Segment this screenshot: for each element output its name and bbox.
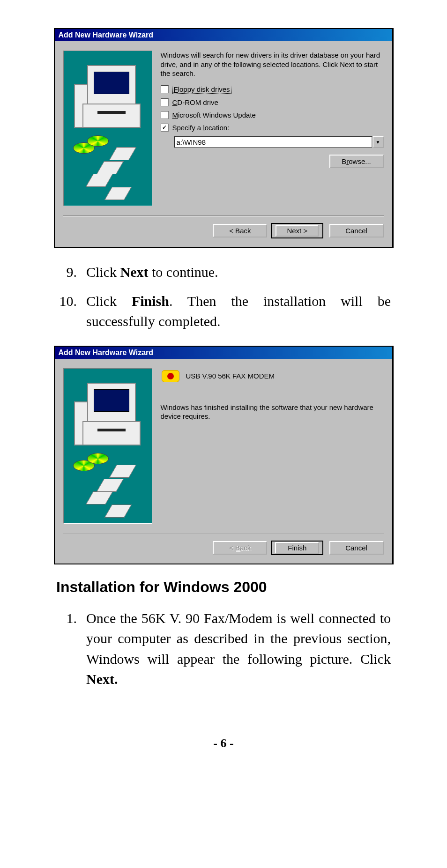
separator <box>63 215 384 216</box>
step-text: Click Finish. Then the installation will… <box>86 291 391 332</box>
separator <box>63 533 384 534</box>
section-heading: Installation for Windows 2000 <box>56 579 391 596</box>
specify-location-checkbox[interactable] <box>161 124 169 132</box>
step-number: 10. <box>56 291 77 332</box>
instruction-list: 9. Click Next to continue. 10. Click Fin… <box>56 262 391 332</box>
step-number: 9. <box>56 262 77 282</box>
cancel-button[interactable]: Cancel <box>329 541 384 555</box>
floppy-label: Floppy disk drives <box>172 85 231 94</box>
wizard-illustration <box>63 368 152 524</box>
instruction-list-w2k: 1. Once the 56K V. 90 Fax/Modem is well … <box>56 608 391 690</box>
finish-button[interactable]: Finish <box>271 541 323 555</box>
dialog-intro-text: Windows will search for new drivers in i… <box>161 51 384 78</box>
step-text: Click Next to continue. <box>86 262 391 282</box>
cdrom-label: CD-ROM drive <box>172 98 218 106</box>
wizard-illustration <box>63 51 152 206</box>
cancel-button[interactable]: Cancel <box>329 224 384 237</box>
cdrom-checkbox[interactable] <box>161 98 169 106</box>
specify-location-label: Specify a location: <box>172 124 230 132</box>
device-name: USB V.90 56K FAX MODEM <box>186 372 275 380</box>
hardware-wizard-dialog-1: Add New Hardware Wizard Windows will sea… <box>54 28 394 248</box>
dialog-titlebar: Add New Hardware Wizard <box>55 347 392 359</box>
back-button[interactable]: < Back <box>213 224 267 237</box>
finished-text: Windows has finished installing the soft… <box>161 403 384 421</box>
page-number: - 6 - <box>42 736 405 750</box>
location-dropdown-button[interactable]: ▼ <box>372 136 384 148</box>
windows-update-checkbox[interactable] <box>161 111 169 119</box>
step-text: Once the 56K V. 90 Fax/Modem is well con… <box>86 608 391 690</box>
modem-icon <box>161 368 179 384</box>
browse-button[interactable]: Browse... <box>329 155 384 168</box>
location-input[interactable] <box>174 136 372 148</box>
windows-update-label: Microsoft Windows Update <box>172 111 256 119</box>
hardware-wizard-dialog-2: Add New Hardware Wizard USB V.90 56K FAX… <box>54 346 394 564</box>
step-number: 1. <box>56 608 77 690</box>
back-button: < Back <box>213 541 267 555</box>
next-button[interactable]: Next > <box>271 223 323 238</box>
dialog-titlebar: Add New Hardware Wizard <box>55 29 392 41</box>
floppy-checkbox[interactable] <box>161 85 169 93</box>
